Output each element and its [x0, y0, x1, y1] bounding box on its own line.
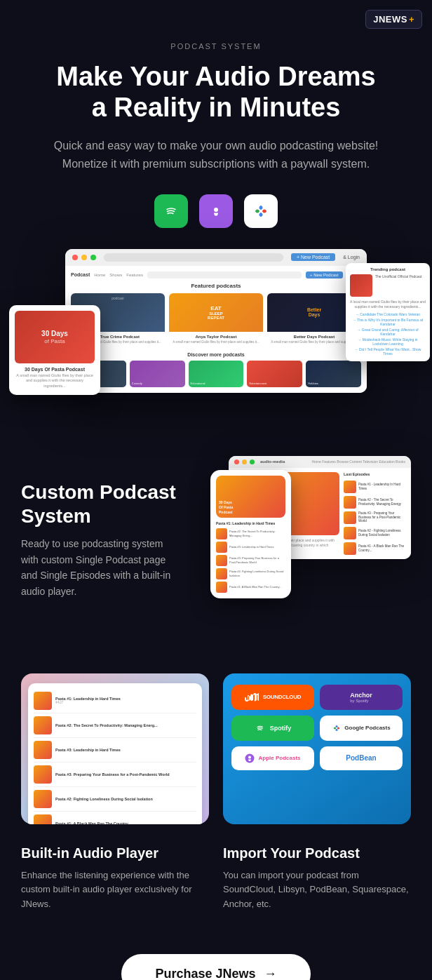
purchase-arrow: →: [264, 967, 277, 980]
feature-cards-section: Pasta #1: Leadership in Hard Times 44:27…: [0, 652, 432, 845]
purchase-button-text: Purchase JNews: [155, 967, 255, 980]
svg-rect-11: [262, 210, 266, 212]
svg-rect-18: [337, 729, 337, 731]
apple-podcasts-icon[interactable]: [199, 194, 233, 228]
svg-rect-17: [337, 725, 337, 727]
podbean-label: PodBean: [346, 754, 376, 762]
import-podcast-info: Import Your Podcast You can import your …: [223, 845, 411, 912]
soundcloud-badge: SOUNDCLOUD: [231, 685, 314, 710]
dashboard-mock: + New Podcast & Login Podcast Home Shows…: [65, 249, 367, 393]
floating-podcast-card: 30 Days of Pasta 30 Days Of Pasta Podcas…: [9, 305, 100, 395]
import-podcast-desc: You can import your podcast from SoundCl…: [223, 868, 411, 912]
audio-player-info: Built-in Audio Player Enhance the listen…: [21, 845, 209, 912]
audio-player-card: Pasta #1: Leadership in Hard Times 44:27…: [21, 673, 209, 824]
svg-rect-20: [337, 727, 339, 728]
svg-rect-9: [260, 213, 262, 217]
google-podcasts-icon[interactable]: [244, 194, 278, 228]
svg-rect-10: [255, 210, 259, 212]
floating-card-title: 30 Days Of Pasta Podcast: [15, 367, 95, 372]
mobile-mock: 30 DaysOf PastaPodcast Pasta #1: Leaders…: [210, 470, 291, 598]
spotify-badge: Spotify: [231, 716, 314, 741]
hero-subtitle: Quick and easy way to make your own audi…: [48, 137, 384, 173]
anchor-badge: Anchor by Spotify: [320, 685, 403, 710]
purchase-button[interactable]: Purchase JNews →: [121, 954, 310, 980]
audio-player-title: Built-in Audio Player: [21, 845, 209, 861]
svg-point-2: [214, 208, 218, 212]
apple-podcasts-label: Apple Podcasts: [258, 755, 300, 761]
svg-point-22: [248, 756, 251, 758]
svg-rect-8: [260, 206, 262, 210]
google-podcasts-label: Google Podcasts: [344, 725, 390, 731]
svg-point-3: [252, 202, 270, 220]
custom-podcast-desc: Ready to use podcasting system with cust…: [21, 536, 182, 599]
custom-podcast-mockups: audio-media Home Features Browse Content…: [196, 456, 411, 624]
platform-icons-row: [28, 194, 404, 228]
custom-podcast-text: Custom Podcast System Ready to use podca…: [21, 456, 182, 624]
floating-card-desc: A small man named Giulio flies by their …: [15, 373, 95, 389]
audio-player-desc: Enhance the listening experience with th…: [21, 868, 209, 912]
custom-podcast-title: Custom Podcast System: [21, 481, 182, 528]
hero-label: PODCAST SYSTEM: [28, 42, 404, 51]
trending-sidebar-mock: Trending podcast The Unofficial Official…: [346, 263, 430, 361]
custom-podcast-section: Custom Podcast System Ready to use podca…: [0, 428, 432, 652]
google-podcasts-badge: Google Podcasts: [320, 716, 403, 741]
purchase-section: Purchase JNews →: [0, 933, 432, 980]
import-podcast-card: SOUNDCLOUD Anchor by Spotify: [223, 673, 411, 824]
spotify-icon[interactable]: [154, 194, 188, 228]
import-podcast-title: Import Your Podcast: [223, 845, 411, 861]
hero-title: Make Your Audio Dreams a Reality in Minu…: [28, 62, 404, 123]
feature-info-grid: Built-in Audio Player Enhance the listen…: [0, 845, 432, 933]
hero-section: PODCAST SYSTEM Make Your Audio Dreams a …: [0, 0, 432, 428]
apple-podcasts-badge: Apple Podcasts: [231, 746, 314, 770]
podbean-badge: PodBean: [320, 746, 403, 770]
svg-rect-19: [334, 727, 336, 728]
